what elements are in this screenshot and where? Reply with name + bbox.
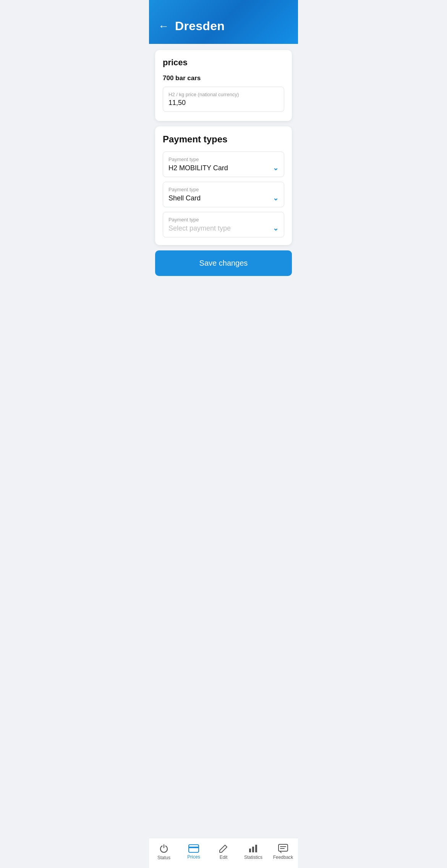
payment-types-title: Payment types (163, 134, 284, 145)
h2-price-field[interactable]: H2 / kg price (national currency) 11,50 (163, 87, 284, 112)
header: ← Dresden (149, 0, 298, 44)
back-button[interactable]: ← (158, 21, 169, 32)
payment-type-value-0: H2 MOBILITY Card (168, 164, 228, 172)
payment-type-label-1: Payment type (168, 187, 279, 192)
save-button[interactable]: Save changes (155, 250, 292, 276)
payment-fields-container: Payment type H2 MOBILITY Card ⌄ Payment … (163, 152, 284, 237)
payment-type-field-1[interactable]: Payment type Shell Card ⌄ (163, 182, 284, 207)
chevron-down-icon-0: ⌄ (273, 164, 279, 172)
chevron-down-icon-2: ⌄ (273, 224, 279, 232)
payment-types-card: Payment types Payment type H2 MOBILITY C… (155, 126, 292, 245)
700bar-title: 700 bar cars (163, 74, 284, 82)
h2-price-label: H2 / kg price (national currency) (168, 92, 279, 97)
prices-card: prices 700 bar cars H2 / kg price (natio… (155, 50, 292, 121)
payment-type-value-2: Select payment type (168, 224, 231, 232)
payment-type-field-0[interactable]: Payment type H2 MOBILITY Card ⌄ (163, 152, 284, 177)
h2-price-value: 11,50 (168, 99, 279, 107)
payment-type-field-2[interactable]: Payment type Select payment type ⌄ (163, 212, 284, 237)
main-content: prices 700 bar cars H2 / kg price (natio… (149, 44, 298, 245)
prices-title: prices (163, 58, 284, 68)
chevron-down-icon-1: ⌄ (273, 194, 279, 202)
payment-type-label-2: Payment type (168, 217, 279, 223)
payment-type-label-0: Payment type (168, 156, 279, 162)
back-arrow-icon: ← (158, 21, 169, 32)
page-title: Dresden (175, 19, 225, 33)
payment-type-value-1: Shell Card (168, 194, 201, 202)
